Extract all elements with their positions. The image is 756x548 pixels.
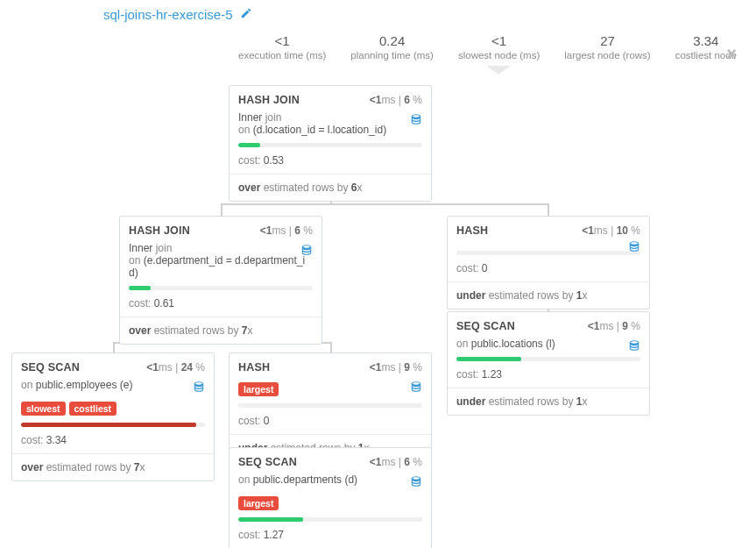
- cost-bar: [230, 143, 431, 149]
- node-on: on public.locations (l): [448, 338, 649, 357]
- node-join-info: Inner join on (d.location_id = l.locatio…: [230, 111, 431, 143]
- database-icon[interactable]: [300, 244, 313, 259]
- node-timing: <1ms | 9 %: [370, 361, 422, 374]
- node-timing: <1ms | 6 %: [260, 224, 313, 237]
- plan-node-hash-join[interactable]: HASH JOIN <1ms | 6 % Inner join on (e.de…: [119, 216, 322, 345]
- plan-node-hash-largest[interactable]: HASH <1ms | 9 % largest cost: 0 under es: [229, 352, 432, 462]
- tag-largest: largest: [238, 496, 279, 510]
- node-timing: <1ms | 10 %: [582, 224, 640, 237]
- node-estimate: over estimated rows by 7x: [12, 454, 214, 480]
- tag-largest: largest: [238, 382, 279, 396]
- node-header: SEQ SCAN <1ms | 6 %: [230, 448, 431, 473]
- database-icon[interactable]: [410, 113, 422, 128]
- node-cost: cost: 0.53: [230, 149, 431, 174]
- cost-bar: [12, 423, 214, 429]
- cost-bar: [448, 251, 649, 257]
- node-cost: cost: 3.34: [12, 429, 214, 454]
- connector: [221, 203, 223, 216]
- connector: [221, 203, 549, 205]
- connector: [330, 342, 332, 352]
- node-header: HASH <1ms | 9 %: [230, 353, 431, 381]
- cost-bar: [230, 517, 431, 523]
- tag-slowest: slowest: [21, 402, 66, 416]
- plan-node-hash-join-root[interactable]: HASH JOIN <1ms | 6 % Inner join on (d.lo…: [229, 85, 432, 202]
- plan-canvas: HASH JOIN <1ms | 6 % Inner join on (d.lo…: [0, 0, 756, 548]
- tag-costliest: costliest: [69, 402, 117, 416]
- node-estimate: over estimated rows by 6x: [230, 174, 431, 201]
- plan-node-seq-scan-employees[interactable]: SEQ SCAN <1ms | 24 % on public.employees…: [11, 352, 215, 481]
- node-timing: <1ms | 24 %: [146, 361, 205, 374]
- node-cost: cost: 1.23: [448, 363, 649, 388]
- cost-bar: [120, 286, 321, 292]
- node-estimate: under estimated rows by 1x: [448, 388, 649, 415]
- node-header: SEQ SCAN <1ms | 9 %: [448, 312, 649, 338]
- node-cost: cost: 0: [448, 257, 649, 282]
- connector: [548, 203, 549, 216]
- node-timing: <1ms | 6 %: [370, 94, 422, 106]
- node-tags: largest: [230, 382, 431, 403]
- node-estimate: over estimated rows by 7x: [120, 317, 321, 344]
- plan-node-seq-scan-departments[interactable]: SEQ SCAN <1ms | 6 % on public.department…: [229, 447, 432, 548]
- database-icon[interactable]: [410, 475, 422, 490]
- plan-node-seq-scan-locations[interactable]: SEQ SCAN <1ms | 9 % on public.locations …: [447, 311, 650, 416]
- node-header: HASH JOIN <1ms | 6 %: [230, 86, 431, 111]
- database-icon[interactable]: [410, 381, 422, 395]
- cost-bar: [448, 357, 649, 363]
- node-header: HASH <1ms | 10 %: [448, 217, 649, 244]
- node-timing: <1ms | 6 %: [370, 456, 422, 468]
- plan-node-hash[interactable]: HASH <1ms | 10 % cost: 0 under estimated…: [447, 216, 650, 310]
- node-timing: <1ms | 9 %: [588, 320, 640, 332]
- node-tags: slowest costliest: [12, 398, 214, 423]
- node-on: on public.departments (d): [230, 473, 431, 493]
- database-icon[interactable]: [628, 240, 640, 255]
- node-header: HASH JOIN <1ms | 6 %: [120, 217, 321, 242]
- cost-bar: [230, 403, 431, 409]
- node-header: SEQ SCAN <1ms | 24 %: [12, 353, 214, 379]
- node-on: on public.employees (e): [12, 379, 214, 398]
- node-join-info: Inner join on (e.department_id = d.depar…: [120, 242, 321, 286]
- node-estimate: under estimated rows by 1x: [448, 282, 649, 309]
- connector: [113, 342, 115, 352]
- database-icon[interactable]: [193, 381, 205, 395]
- node-cost: cost: 0.61: [120, 292, 321, 317]
- database-icon[interactable]: [628, 339, 640, 354]
- node-tags: largest: [230, 493, 431, 517]
- node-cost: cost: 0: [230, 409, 431, 435]
- node-cost: cost: 1.27: [230, 523, 431, 548]
